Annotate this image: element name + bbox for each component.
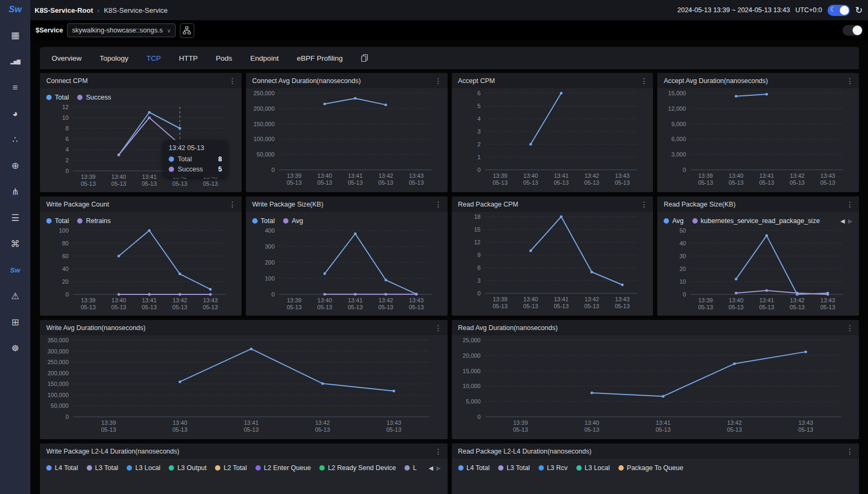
chart-menu-icon[interactable]: ⋮ xyxy=(435,201,442,208)
sidebar-item-database[interactable]: ≡ xyxy=(0,75,30,101)
time-range[interactable]: 2024-05-13 13:39 ~ 2024-05-13 13:43 xyxy=(677,6,790,14)
legend-item[interactable]: Avg xyxy=(283,217,303,225)
legend-item[interactable]: L3 Local xyxy=(576,464,610,472)
chart-card-connect-avg-duration: Connect Avg Duration(nanoseconds)⋮050,00… xyxy=(246,73,448,192)
sidebar-item-scatter[interactable]: ∴ xyxy=(0,127,30,153)
chart-menu-icon[interactable]: ⋮ xyxy=(435,324,442,332)
chart-menu-icon[interactable]: ⋮ xyxy=(640,201,648,208)
sidebar-item-topology[interactable]: ⌘ xyxy=(0,231,30,257)
sidebar-item-dashboard[interactable]: ▦ xyxy=(0,22,30,48)
svg-text:05-13: 05-13 xyxy=(584,303,599,309)
chart-menu-icon[interactable]: ⋮ xyxy=(640,77,648,85)
tab-pods[interactable]: Pods xyxy=(216,54,233,62)
tab-endpoint[interactable]: Endpoint xyxy=(250,54,278,62)
service-select[interactable]: skywalking-showcase::songs.s ∨ xyxy=(67,23,176,37)
svg-text:10: 10 xyxy=(62,114,69,121)
chart-plot: 0102030405013:3905-1313:4005-1313:4105-1… xyxy=(664,226,849,312)
sidebar-item-marketplace[interactable]: ⊞ xyxy=(0,309,30,335)
legend-item[interactable]: L3 Output xyxy=(169,464,206,472)
tooltip-series-value: 5 xyxy=(218,166,222,173)
svg-text:15: 15 xyxy=(474,226,480,233)
legend-item[interactable]: Total xyxy=(46,94,69,101)
legend-label: L3 Local xyxy=(135,464,160,472)
svg-text:13:41: 13:41 xyxy=(348,172,362,179)
svg-text:13:40: 13:40 xyxy=(317,172,332,179)
legend-label: Package To Queue xyxy=(627,464,683,472)
tab-tcp[interactable]: TCP xyxy=(146,54,161,62)
tab-http[interactable]: HTTP xyxy=(179,54,197,62)
svg-text:13:42: 13:42 xyxy=(584,296,599,302)
tab-topology[interactable]: Topology xyxy=(100,54,128,62)
sidebar-item-cluster[interactable]: ⋔ xyxy=(0,179,30,205)
legend-item[interactable]: Total xyxy=(46,217,69,225)
aux-toggle[interactable] xyxy=(842,25,863,36)
chart-menu-icon[interactable]: ⋮ xyxy=(435,77,442,85)
chart-menu-icon[interactable]: ⋮ xyxy=(846,201,854,208)
refresh-icon[interactable]: ↻ xyxy=(855,6,863,15)
breadcrumb-current[interactable]: K8S-Service-Service xyxy=(104,6,168,14)
sidebar-item-list[interactable]: ☰ xyxy=(0,205,30,231)
grid-plus-icon: ⊞ xyxy=(11,317,19,328)
legend-next-icon[interactable]: ▶ xyxy=(436,465,441,472)
sidebar-item-alarm[interactable]: ⚠ xyxy=(0,283,30,309)
copy-dashboard-icon[interactable] xyxy=(361,54,368,62)
legend-item[interactable]: Success xyxy=(77,94,111,101)
chart-menu-icon[interactable]: ⋮ xyxy=(229,77,236,85)
svg-text:05-13: 05-13 xyxy=(203,304,218,310)
legend-label: L2 Total xyxy=(224,464,247,472)
legend-dot-icon xyxy=(46,465,52,471)
svg-text:13:39: 13:39 xyxy=(513,419,528,426)
legend-item[interactable]: L xyxy=(404,464,417,472)
skywalking-logo[interactable]: Sw xyxy=(9,0,22,22)
chart-menu-icon[interactable]: ⋮ xyxy=(229,201,236,208)
legend-item[interactable]: L2 Total xyxy=(215,464,247,472)
legend-item[interactable]: L3 Local xyxy=(127,464,160,472)
chart-legend: Avgkubernetes_service_read_package_size◀… xyxy=(664,212,853,226)
chart-menu-icon[interactable]: ⋮ xyxy=(846,448,854,455)
legend-item[interactable]: L4 Total xyxy=(46,464,78,472)
svg-text:05-13: 05-13 xyxy=(317,304,332,310)
sidebar-item-settings[interactable]: ☸ xyxy=(0,335,30,361)
dark-mode-toggle[interactable]: ☾ xyxy=(828,5,850,16)
legend-item[interactable]: L4 Total xyxy=(458,464,490,472)
sidebar-item-skywalking[interactable]: Sw xyxy=(0,257,30,283)
svg-text:13:42: 13:42 xyxy=(315,419,330,426)
legend-item[interactable]: L3 Rcv xyxy=(539,464,568,472)
legend-item[interactable]: L3 Total xyxy=(498,464,530,472)
chart-title: Write Package Size(KB) xyxy=(252,201,324,208)
legend-label: Avg xyxy=(672,217,683,225)
chart-title: Read Package L2-L4 Duration(nanoseconds) xyxy=(458,448,592,455)
legend-prev-icon[interactable]: ◀ xyxy=(429,465,433,472)
sidebar: Sw ▦▂▅▇≡◕∴⊕⋔☰⌘Sw⚠⊞☸ xyxy=(0,0,30,494)
chart-menu-icon[interactable]: ⋮ xyxy=(846,77,854,85)
svg-text:0: 0 xyxy=(477,290,480,297)
svg-text:13:39: 13:39 xyxy=(698,172,713,179)
timezone[interactable]: UTC+0:0 xyxy=(795,6,822,14)
legend-item[interactable]: L3 Total xyxy=(87,464,119,472)
chart-menu-icon[interactable]: ⋮ xyxy=(846,324,854,332)
tab-ebpf-profiling[interactable]: eBPF Profiling xyxy=(297,54,343,62)
sidebar-item-donut[interactable]: ◕ xyxy=(0,101,30,127)
legend-item[interactable]: L2 Ready Send Device xyxy=(319,464,396,472)
database-layers-icon: ≡ xyxy=(13,83,18,93)
chart-card-read-avg-duration: Read Avg Duration(nanoseconds)⋮05,00010,… xyxy=(452,320,859,439)
legend-item[interactable]: Retrains xyxy=(77,217,111,225)
chart-menu-icon[interactable]: ⋮ xyxy=(435,448,442,455)
svg-text:05-13: 05-13 xyxy=(315,426,330,433)
legend-item[interactable]: kubernetes_service_read_package_size xyxy=(692,217,820,225)
legend-item[interactable]: Total xyxy=(252,217,275,225)
sidebar-item-globe[interactable]: ⊕ xyxy=(0,153,30,179)
svg-text:25,000: 25,000 xyxy=(462,337,481,343)
legend-item[interactable]: L2 Enter Queue xyxy=(255,464,311,472)
legend-label: Retrains xyxy=(86,217,111,225)
service-topology-button[interactable] xyxy=(180,23,194,38)
svg-text:100: 100 xyxy=(59,227,69,234)
legend-item[interactable]: Package To Queue xyxy=(618,464,683,472)
legend-prev-icon[interactable]: ◀ xyxy=(840,218,845,225)
legend-next-icon[interactable]: ▶ xyxy=(848,218,853,225)
legend-item[interactable]: Avg xyxy=(664,217,683,225)
svg-text:05-13: 05-13 xyxy=(698,304,713,310)
tab-overview[interactable]: Overview xyxy=(52,54,81,62)
sidebar-item-bar-chart[interactable]: ▂▅▇ xyxy=(0,48,30,75)
breadcrumb-root[interactable]: K8S-Service-Root xyxy=(35,6,93,14)
